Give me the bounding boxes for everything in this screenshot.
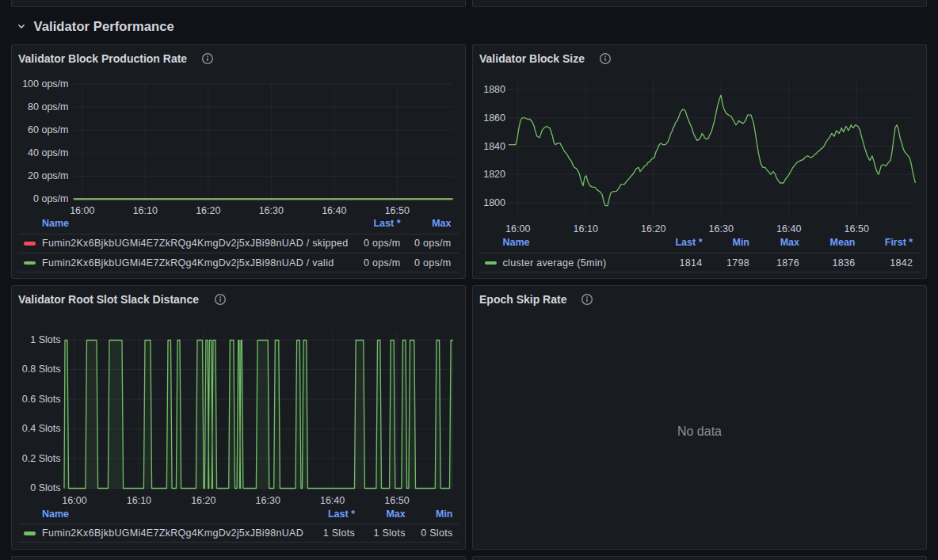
- svg-text:16:40: 16:40: [322, 205, 346, 216]
- svg-text:16:30: 16:30: [259, 205, 284, 216]
- svg-text:16:20: 16:20: [196, 205, 220, 216]
- svg-text:16:40: 16:40: [320, 495, 345, 506]
- svg-text:1880: 1880: [483, 84, 505, 95]
- svg-text:16:00: 16:00: [62, 495, 86, 506]
- svg-text:40 ops/m: 40 ops/m: [28, 147, 68, 158]
- svg-text:16:30: 16:30: [256, 495, 280, 506]
- svg-text:16:10: 16:10: [133, 205, 158, 216]
- svg-text:16:50: 16:50: [384, 495, 409, 506]
- svg-text:1860: 1860: [483, 112, 505, 124]
- svg-text:16:00: 16:00: [70, 205, 94, 216]
- svg-text:16:50: 16:50: [385, 205, 410, 216]
- svg-text:16:20: 16:20: [191, 495, 215, 506]
- svg-text:0.2 Slots: 0.2 Slots: [22, 453, 61, 464]
- svg-text:16:10: 16:10: [127, 495, 151, 506]
- svg-text:16:40: 16:40: [776, 223, 801, 234]
- svg-text:20 ops/m: 20 ops/m: [28, 170, 68, 181]
- svg-text:1800: 1800: [483, 197, 505, 208]
- svg-text:0.8 Slots: 0.8 Slots: [22, 364, 61, 375]
- svg-text:16:30: 16:30: [709, 223, 734, 234]
- svg-text:16:50: 16:50: [845, 223, 869, 234]
- svg-text:1 Slots: 1 Slots: [30, 334, 60, 345]
- svg-text:0.4 Slots: 0.4 Slots: [22, 423, 61, 434]
- svg-text:0 ops/m: 0 ops/m: [33, 193, 68, 204]
- svg-text:80 ops/m: 80 ops/m: [28, 101, 68, 112]
- svg-text:16:00: 16:00: [505, 223, 530, 234]
- svg-text:1820: 1820: [483, 169, 505, 180]
- svg-text:1840: 1840: [483, 141, 505, 152]
- svg-text:60 ops/m: 60 ops/m: [28, 124, 68, 135]
- svg-text:16:20: 16:20: [641, 223, 665, 234]
- svg-text:16:10: 16:10: [574, 223, 598, 234]
- svg-text:0 Slots: 0 Slots: [30, 482, 60, 493]
- svg-text:100 ops/m: 100 ops/m: [22, 78, 68, 90]
- svg-text:0.6 Slots: 0.6 Slots: [22, 394, 61, 405]
